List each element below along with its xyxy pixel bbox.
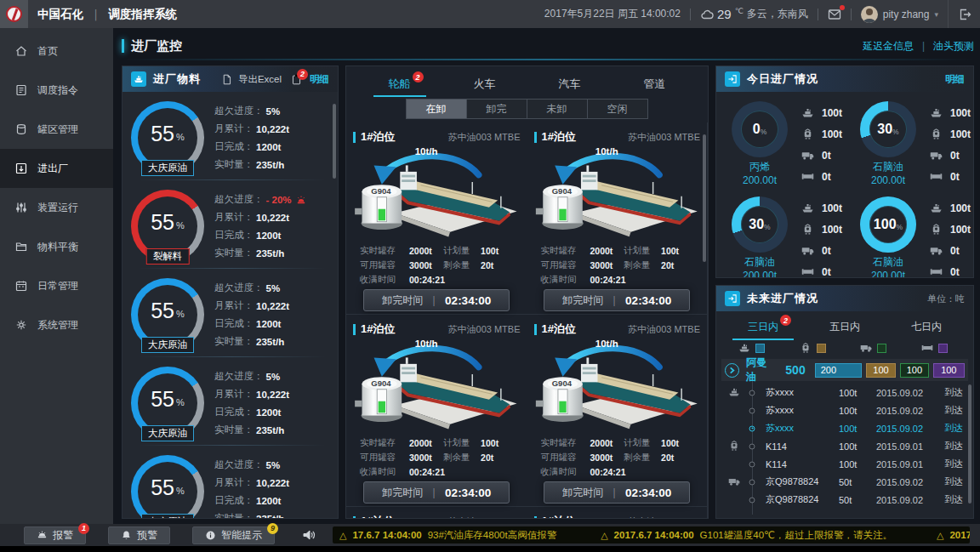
berth-accent-bar <box>534 132 537 143</box>
sidebar-item-in-out[interactable]: 进出厂 <box>0 149 113 188</box>
berth-name: 1#泊位 <box>542 322 576 337</box>
sidebar-item-system[interactable]: 系统管理 <box>0 305 113 344</box>
gauge-percent-value: 30 <box>749 217 764 232</box>
unload-time-button[interactable]: 卸完时间 ｜ 02:34:00 <box>363 481 510 504</box>
arrival-row[interactable]: K114 100t 2015.09.01 到达 <box>723 437 970 455</box>
status-subtab[interactable]: 空闲 <box>587 99 648 119</box>
warning-button[interactable]: 预警 <box>108 526 170 544</box>
train-icon <box>930 128 943 140</box>
gauge-text: 30 % <box>860 101 916 157</box>
alarm-button[interactable]: 报警 1 <box>24 526 86 544</box>
unload-time-button[interactable]: 卸完时间 ｜ 02:34:00 <box>544 289 690 311</box>
berth-stats: 实时罐存2000t 可用罐容3000t 收满时间00:24:21 计划量100t… <box>353 243 521 287</box>
stat-value: 2000t <box>590 246 613 256</box>
username: pity zhang <box>883 9 930 20</box>
scrollbar[interactable] <box>968 384 971 504</box>
records-icon[interactable]: 2 <box>291 74 302 85</box>
materials-list: 55% 大庆原油 超欠进度： 5% <box>122 92 338 518</box>
arrival-row[interactable]: 京Q9878824 50t 2015.09.02 到达 <box>723 491 970 509</box>
status-subtab[interactable]: 卸完 <box>466 99 527 119</box>
legend-truck <box>860 342 886 354</box>
intake-gauge: 30 % <box>732 196 788 253</box>
export-excel-icon[interactable] <box>221 74 232 85</box>
material-name-tag[interactable]: 大庆原油 <box>141 514 194 518</box>
arrival-date: 2015.09.02 <box>876 495 944 505</box>
stat-row: 日完成： 1200t <box>214 226 333 244</box>
material-name-tag[interactable]: 大庆原油 <box>141 425 194 441</box>
truck-icon <box>728 475 740 487</box>
ship-icon <box>801 202 814 214</box>
arrival-status: 到达 <box>944 458 970 470</box>
link-delay-fee[interactable]: 延迟金信息 <box>863 39 914 54</box>
stat-value: 235t/h <box>256 425 284 435</box>
sidebar-item-material-balance[interactable]: 物料平衡 <box>0 227 113 266</box>
material-block: 55% 裂解料 超欠进度： - 20% <box>131 180 333 269</box>
berth-scene: 10t/h G904 <box>534 146 701 242</box>
scrollbar[interactable] <box>333 104 336 179</box>
arrival-row[interactable]: 苏xxxx 100t 2015.09.02 到达 <box>723 401 970 419</box>
train-amount: 100t <box>822 224 842 236</box>
speaker-icon[interactable] <box>302 528 316 542</box>
tab-label: 三日内 <box>748 321 778 333</box>
alert-message: △ 2017.6.7 14:04:00 G101罐温度40℃，超过上限报警，请关… <box>601 529 892 542</box>
transport-tab[interactable]: 汽车 <box>556 75 584 97</box>
transport-tab[interactable]: 轮船 2 <box>385 75 414 97</box>
vessel-name: 苏中油003 MTBE <box>628 131 700 144</box>
range-tab[interactable]: 七日内 <box>908 318 945 340</box>
truck-color-swatch <box>877 344 886 353</box>
sidebar-item-daily[interactable]: 日常管理 <box>0 266 113 305</box>
transport-tab[interactable]: 火车 <box>470 75 499 97</box>
temperature: 29 <box>717 7 732 21</box>
sidebar-item-unit-operation[interactable]: 装置运行 <box>0 188 113 227</box>
arrival-row[interactable]: K114 100t 2015.09.01 到达 <box>723 455 970 473</box>
material-name-tag[interactable]: 大庆原油 <box>141 160 194 176</box>
arrival-row[interactable]: 苏xxxx 100t 2015.09.02 到达 <box>723 419 970 437</box>
unload-time-button[interactable]: 卸完时间 ｜ 02:34:00 <box>544 481 690 504</box>
arrival-row[interactable]: 京Q9878824 50t 2015.09.02 到达 <box>723 473 970 491</box>
materials-detail-link[interactable]: 明细 <box>310 73 329 86</box>
link-oil-head-forecast[interactable]: 油头预测 <box>933 39 974 54</box>
smart-tip-badge: 9 <box>267 523 278 534</box>
transport-tab[interactable]: 管道 <box>641 75 669 97</box>
carrier-name: 京Q9878824 <box>759 493 839 506</box>
logout-button[interactable] <box>948 0 980 28</box>
warning-triangle-icon: △ <box>601 530 607 541</box>
material-name-tag[interactable]: 大庆原油 <box>141 337 194 353</box>
status-subtab[interactable]: 未卸 <box>527 99 588 119</box>
sidebar-item-dispatch[interactable]: 调度指令 <box>0 71 113 110</box>
export-excel-button[interactable]: 导出Excel <box>238 73 282 86</box>
gauge-percent-unit: % <box>761 128 767 136</box>
stat-row: 日完成： 1200t <box>214 315 333 333</box>
sidebar-item-home[interactable]: 首页 <box>0 31 113 71</box>
train-color-swatch <box>817 344 826 353</box>
berth-card: 1#泊位 苏中油003 MTBE 10t/h G904 实时罐存2000t <box>527 122 709 315</box>
stat-value: 235t/h <box>256 248 284 259</box>
material-name-tag[interactable]: 裂解料 <box>146 248 190 265</box>
status-subtab[interactable]: 在卸 <box>406 99 467 119</box>
progress-donut: 55% 大庆原油 <box>131 367 204 440</box>
today-detail-link[interactable]: 明细 <box>945 73 965 86</box>
smart-tip-button[interactable]: 智能提示 9 <box>192 526 275 544</box>
mail-icon[interactable] <box>828 8 841 21</box>
arrival-row[interactable]: 苏xxxx 100t 2015.09.02 到达 <box>723 384 970 401</box>
stat-row: 超欠进度： 5% <box>214 456 333 474</box>
divider <box>818 9 818 20</box>
future-range-tabs: 三日内 2 五日内 七日内 <box>716 311 973 340</box>
material-stats: 超欠进度： 5% 月累计： 10,222t 日 <box>204 102 333 174</box>
berth-scene: 10t/h G904 <box>353 339 521 434</box>
scrollbar[interactable] <box>703 134 706 262</box>
user-menu[interactable]: pity zhang ▾ <box>861 6 938 23</box>
divider <box>851 9 852 20</box>
gauge-text: 100 % <box>860 196 916 253</box>
material-name: 石脑油 <box>855 255 921 270</box>
dashboard-columns: 进厂物料 导出Excel 2 明细 <box>122 65 974 519</box>
expand-icon[interactable] <box>725 363 739 378</box>
stat-label: 收满时间 <box>541 466 590 478</box>
stat-row: 收满时间00:24:21 <box>541 272 701 287</box>
range-tab[interactable]: 三日内 2 <box>744 318 782 340</box>
stat-value: 100t <box>481 246 499 256</box>
range-tab[interactable]: 五日内 <box>826 318 863 340</box>
unload-time-button[interactable]: 卸完时间 ｜ 02:34:00 <box>363 289 510 311</box>
material-name: 石脑油 <box>726 255 793 270</box>
sidebar-item-tank-area[interactable]: 罐区管理 <box>0 110 113 149</box>
